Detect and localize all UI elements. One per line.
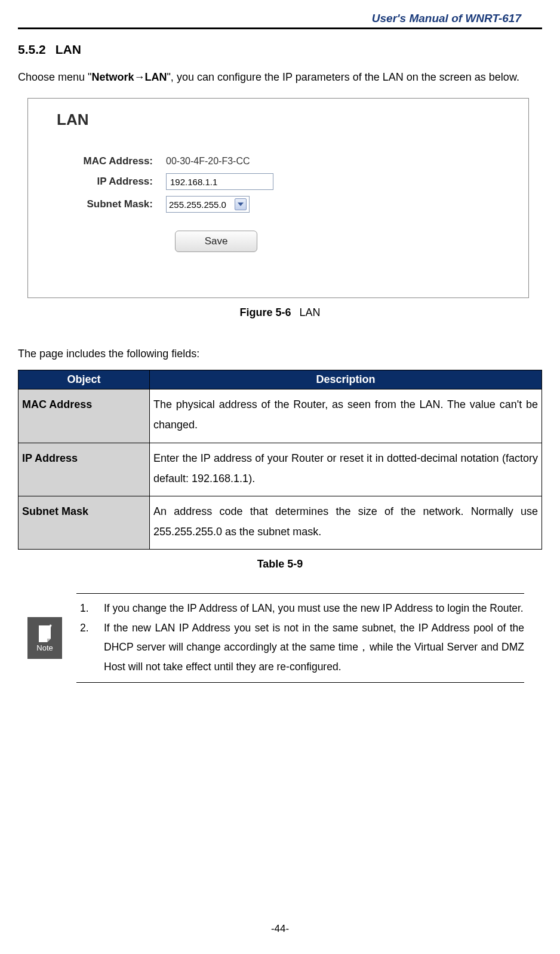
subnet-label: Subnet Mask: — [50, 198, 166, 210]
note-body: 1. If you change the IP Address of LAN, … — [76, 593, 524, 683]
note-number: 1. — [76, 599, 104, 618]
save-button[interactable]: Save — [175, 231, 257, 252]
section-heading: 5.5.2LAN — [18, 42, 542, 57]
desc-cell: An address code that determines the size… — [150, 496, 542, 550]
intro-paragraph: Choose menu "Network→LAN", you can confi… — [18, 68, 542, 87]
obj-cell: MAC Address — [19, 389, 150, 443]
mac-row: MAC Address: 00-30-4F-20-F3-CC — [50, 155, 507, 167]
table-caption: Table 5-9 — [18, 558, 542, 570]
fields-intro: The page includes the following fields: — [18, 348, 542, 360]
list-item: 2. If the new LAN IP Address you set is … — [76, 618, 524, 676]
mac-value: 00-30-4F-20-F3-CC — [166, 156, 250, 167]
note-number: 2. — [76, 618, 104, 676]
note-icon-label: Note — [36, 643, 53, 652]
table-row: IP Address Enter the IP address of your … — [19, 443, 542, 496]
th-object: Object — [19, 370, 150, 389]
desc-cell: The physical address of the Router, as s… — [150, 389, 542, 443]
save-row: Save — [175, 231, 507, 252]
lan-screenshot: LAN MAC Address: 00-30-4F-20-F3-CC IP Ad… — [27, 98, 529, 298]
figure-caption: Figure 5-6LAN — [18, 306, 542, 319]
intro-prefix: Choose menu " — [18, 71, 91, 83]
subnet-row: Subnet Mask: 255.255.255.0 — [50, 196, 507, 213]
mac-label: MAC Address: — [50, 155, 166, 167]
header-divider — [18, 27, 542, 29]
page-number: -44- — [0, 923, 560, 935]
description-table: Object Description MAC Address The physi… — [18, 370, 542, 550]
desc-cell: Enter the IP address of your Router or r… — [150, 443, 542, 496]
list-item: 1. If you change the IP Address of LAN, … — [76, 599, 524, 618]
table-row: Subnet Mask An address code that determi… — [19, 496, 542, 550]
ip-label: IP Address: — [50, 176, 166, 188]
th-description: Description — [150, 370, 542, 389]
ip-row: IP Address: — [50, 173, 507, 190]
chevron-down-icon[interactable] — [235, 198, 247, 210]
ip-address-input[interactable] — [166, 173, 273, 190]
manual-title: User's Manual of WNRT-617 — [18, 12, 542, 27]
intro-suffix: ", you can configure the IP parameters o… — [167, 71, 519, 83]
obj-cell: Subnet Mask — [19, 496, 150, 550]
subnet-mask-value: 255.255.255.0 — [169, 200, 226, 210]
obj-cell: IP Address — [19, 443, 150, 496]
table-row: MAC Address The physical address of the … — [19, 389, 542, 443]
subnet-mask-select[interactable]: 255.255.255.0 — [166, 196, 250, 213]
note-text: If you change the IP Address of LAN, you… — [104, 599, 524, 618]
figure-number: Figure 5-6 — [239, 306, 291, 318]
note-list: 1. If you change the IP Address of LAN, … — [76, 599, 524, 676]
note-text: If the new LAN IP Address you set is not… — [104, 618, 524, 676]
section-number: 5.5.2 — [18, 42, 46, 56]
lan-heading: LAN — [57, 111, 507, 129]
note-block: Note 1. If you change the IP Address of … — [27, 593, 524, 683]
intro-menu-path: Network→LAN — [91, 71, 167, 83]
figure-text: LAN — [300, 306, 321, 318]
section-title: LAN — [56, 42, 81, 56]
note-icon: Note — [27, 617, 62, 659]
